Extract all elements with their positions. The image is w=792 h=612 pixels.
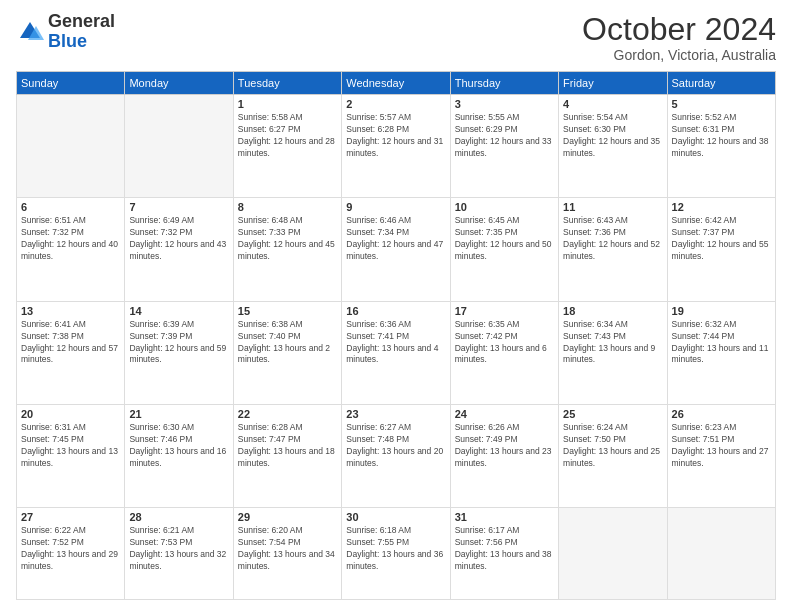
calendar-cell: 25Sunrise: 6:24 AMSunset: 7:50 PMDayligh… bbox=[559, 405, 667, 508]
day-number: 2 bbox=[346, 98, 445, 110]
day-info: Sunrise: 6:24 AMSunset: 7:50 PMDaylight:… bbox=[563, 422, 662, 470]
day-number: 29 bbox=[238, 511, 337, 523]
calendar-cell: 28Sunrise: 6:21 AMSunset: 7:53 PMDayligh… bbox=[125, 508, 233, 600]
day-header-thursday: Thursday bbox=[450, 72, 558, 95]
day-number: 19 bbox=[672, 305, 771, 317]
calendar-cell: 24Sunrise: 6:26 AMSunset: 7:49 PMDayligh… bbox=[450, 405, 558, 508]
day-info: Sunrise: 5:55 AMSunset: 6:29 PMDaylight:… bbox=[455, 112, 554, 160]
day-info: Sunrise: 6:49 AMSunset: 7:32 PMDaylight:… bbox=[129, 215, 228, 263]
calendar-cell: 18Sunrise: 6:34 AMSunset: 7:43 PMDayligh… bbox=[559, 301, 667, 404]
day-header-wednesday: Wednesday bbox=[342, 72, 450, 95]
day-number: 6 bbox=[21, 201, 120, 213]
day-number: 13 bbox=[21, 305, 120, 317]
day-number: 31 bbox=[455, 511, 554, 523]
calendar-cell: 10Sunrise: 6:45 AMSunset: 7:35 PMDayligh… bbox=[450, 198, 558, 301]
calendar-cell bbox=[667, 508, 775, 600]
day-info: Sunrise: 6:17 AMSunset: 7:56 PMDaylight:… bbox=[455, 525, 554, 573]
calendar-cell: 23Sunrise: 6:27 AMSunset: 7:48 PMDayligh… bbox=[342, 405, 450, 508]
header: General Blue October 2024 Gordon, Victor… bbox=[16, 12, 776, 63]
calendar-cell bbox=[559, 508, 667, 600]
calendar-cell: 17Sunrise: 6:35 AMSunset: 7:42 PMDayligh… bbox=[450, 301, 558, 404]
calendar-week-3: 20Sunrise: 6:31 AMSunset: 7:45 PMDayligh… bbox=[17, 405, 776, 508]
day-number: 10 bbox=[455, 201, 554, 213]
calendar-week-2: 13Sunrise: 6:41 AMSunset: 7:38 PMDayligh… bbox=[17, 301, 776, 404]
day-info: Sunrise: 6:22 AMSunset: 7:52 PMDaylight:… bbox=[21, 525, 120, 573]
day-info: Sunrise: 5:58 AMSunset: 6:27 PMDaylight:… bbox=[238, 112, 337, 160]
calendar-cell: 31Sunrise: 6:17 AMSunset: 7:56 PMDayligh… bbox=[450, 508, 558, 600]
calendar-cell: 13Sunrise: 6:41 AMSunset: 7:38 PMDayligh… bbox=[17, 301, 125, 404]
day-number: 17 bbox=[455, 305, 554, 317]
day-number: 22 bbox=[238, 408, 337, 420]
day-number: 8 bbox=[238, 201, 337, 213]
day-info: Sunrise: 6:20 AMSunset: 7:54 PMDaylight:… bbox=[238, 525, 337, 573]
calendar-cell: 3Sunrise: 5:55 AMSunset: 6:29 PMDaylight… bbox=[450, 95, 558, 198]
day-info: Sunrise: 6:31 AMSunset: 7:45 PMDaylight:… bbox=[21, 422, 120, 470]
calendar-cell: 26Sunrise: 6:23 AMSunset: 7:51 PMDayligh… bbox=[667, 405, 775, 508]
calendar-cell: 9Sunrise: 6:46 AMSunset: 7:34 PMDaylight… bbox=[342, 198, 450, 301]
calendar-cell: 20Sunrise: 6:31 AMSunset: 7:45 PMDayligh… bbox=[17, 405, 125, 508]
page: General Blue October 2024 Gordon, Victor… bbox=[0, 0, 792, 612]
day-info: Sunrise: 6:26 AMSunset: 7:49 PMDaylight:… bbox=[455, 422, 554, 470]
day-number: 4 bbox=[563, 98, 662, 110]
day-number: 30 bbox=[346, 511, 445, 523]
calendar-cell: 8Sunrise: 6:48 AMSunset: 7:33 PMDaylight… bbox=[233, 198, 341, 301]
day-number: 28 bbox=[129, 511, 228, 523]
day-number: 11 bbox=[563, 201, 662, 213]
day-info: Sunrise: 6:28 AMSunset: 7:47 PMDaylight:… bbox=[238, 422, 337, 470]
day-info: Sunrise: 6:21 AMSunset: 7:53 PMDaylight:… bbox=[129, 525, 228, 573]
logo-general: General bbox=[48, 12, 115, 32]
day-number: 26 bbox=[672, 408, 771, 420]
day-number: 20 bbox=[21, 408, 120, 420]
day-info: Sunrise: 5:57 AMSunset: 6:28 PMDaylight:… bbox=[346, 112, 445, 160]
calendar-week-4: 27Sunrise: 6:22 AMSunset: 7:52 PMDayligh… bbox=[17, 508, 776, 600]
day-number: 9 bbox=[346, 201, 445, 213]
day-number: 18 bbox=[563, 305, 662, 317]
day-info: Sunrise: 6:41 AMSunset: 7:38 PMDaylight:… bbox=[21, 319, 120, 367]
logo-icon bbox=[16, 18, 44, 46]
day-number: 5 bbox=[672, 98, 771, 110]
calendar-header-row: SundayMondayTuesdayWednesdayThursdayFrid… bbox=[17, 72, 776, 95]
calendar-cell: 4Sunrise: 5:54 AMSunset: 6:30 PMDaylight… bbox=[559, 95, 667, 198]
logo: General Blue bbox=[16, 12, 115, 52]
calendar-week-1: 6Sunrise: 6:51 AMSunset: 7:32 PMDaylight… bbox=[17, 198, 776, 301]
calendar-cell: 7Sunrise: 6:49 AMSunset: 7:32 PMDaylight… bbox=[125, 198, 233, 301]
day-info: Sunrise: 6:34 AMSunset: 7:43 PMDaylight:… bbox=[563, 319, 662, 367]
calendar-week-0: 1Sunrise: 5:58 AMSunset: 6:27 PMDaylight… bbox=[17, 95, 776, 198]
day-number: 12 bbox=[672, 201, 771, 213]
calendar-table: SundayMondayTuesdayWednesdayThursdayFrid… bbox=[16, 71, 776, 600]
calendar-cell: 5Sunrise: 5:52 AMSunset: 6:31 PMDaylight… bbox=[667, 95, 775, 198]
calendar-cell bbox=[125, 95, 233, 198]
day-info: Sunrise: 5:52 AMSunset: 6:31 PMDaylight:… bbox=[672, 112, 771, 160]
calendar-cell: 2Sunrise: 5:57 AMSunset: 6:28 PMDaylight… bbox=[342, 95, 450, 198]
day-header-saturday: Saturday bbox=[667, 72, 775, 95]
day-number: 24 bbox=[455, 408, 554, 420]
day-info: Sunrise: 6:23 AMSunset: 7:51 PMDaylight:… bbox=[672, 422, 771, 470]
day-info: Sunrise: 6:36 AMSunset: 7:41 PMDaylight:… bbox=[346, 319, 445, 367]
calendar-cell: 15Sunrise: 6:38 AMSunset: 7:40 PMDayligh… bbox=[233, 301, 341, 404]
calendar-cell: 29Sunrise: 6:20 AMSunset: 7:54 PMDayligh… bbox=[233, 508, 341, 600]
day-header-tuesday: Tuesday bbox=[233, 72, 341, 95]
page-subtitle: Gordon, Victoria, Australia bbox=[582, 47, 776, 63]
day-info: Sunrise: 6:27 AMSunset: 7:48 PMDaylight:… bbox=[346, 422, 445, 470]
day-info: Sunrise: 5:54 AMSunset: 6:30 PMDaylight:… bbox=[563, 112, 662, 160]
day-number: 27 bbox=[21, 511, 120, 523]
page-title: October 2024 bbox=[582, 12, 776, 47]
day-number: 25 bbox=[563, 408, 662, 420]
day-number: 16 bbox=[346, 305, 445, 317]
day-header-friday: Friday bbox=[559, 72, 667, 95]
calendar-cell: 14Sunrise: 6:39 AMSunset: 7:39 PMDayligh… bbox=[125, 301, 233, 404]
day-number: 14 bbox=[129, 305, 228, 317]
day-info: Sunrise: 6:39 AMSunset: 7:39 PMDaylight:… bbox=[129, 319, 228, 367]
day-info: Sunrise: 6:32 AMSunset: 7:44 PMDaylight:… bbox=[672, 319, 771, 367]
day-info: Sunrise: 6:51 AMSunset: 7:32 PMDaylight:… bbox=[21, 215, 120, 263]
day-info: Sunrise: 6:42 AMSunset: 7:37 PMDaylight:… bbox=[672, 215, 771, 263]
calendar-cell: 22Sunrise: 6:28 AMSunset: 7:47 PMDayligh… bbox=[233, 405, 341, 508]
logo-blue: Blue bbox=[48, 32, 115, 52]
day-number: 3 bbox=[455, 98, 554, 110]
day-info: Sunrise: 6:38 AMSunset: 7:40 PMDaylight:… bbox=[238, 319, 337, 367]
calendar-cell: 11Sunrise: 6:43 AMSunset: 7:36 PMDayligh… bbox=[559, 198, 667, 301]
calendar-cell: 6Sunrise: 6:51 AMSunset: 7:32 PMDaylight… bbox=[17, 198, 125, 301]
day-info: Sunrise: 6:18 AMSunset: 7:55 PMDaylight:… bbox=[346, 525, 445, 573]
day-info: Sunrise: 6:45 AMSunset: 7:35 PMDaylight:… bbox=[455, 215, 554, 263]
day-number: 7 bbox=[129, 201, 228, 213]
